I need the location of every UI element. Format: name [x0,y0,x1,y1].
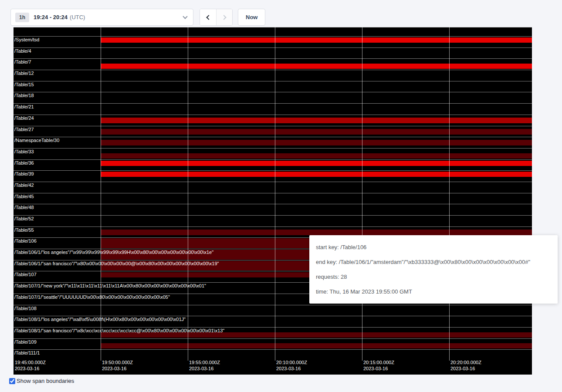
span-label: /Table/45 [14,194,34,199]
heatmap-row[interactable]: /Table/45 [14,193,532,204]
heatmap-band[interactable] [101,129,532,135]
checkbox-label: Show span boundaries [17,378,74,384]
heatmap-row[interactable]: /Table/21 [14,103,532,115]
heatmap-band[interactable] [101,343,532,348]
span-label: /Table/106/1/"los angeles"/"\x99\x99\x99… [14,250,213,255]
heatmap-row[interactable]: /Table/24 [14,115,532,126]
heatmap-band[interactable] [101,37,532,43]
span-label: /Table/108/1/"los angeles"/"\xa8\xf5\u00… [14,317,186,322]
span-label: /Table/48 [14,205,34,210]
time-range-dropdown[interactable]: 1h 19:24 - 20:24 (UTC) [10,9,193,26]
span-label: /Table/52 [14,216,34,221]
heatmap-row[interactable]: /Table/42 [14,182,532,193]
heatmap-row[interactable]: /Table/27 [14,126,532,137]
grid-line [449,27,450,361]
heatmap-band[interactable] [101,64,532,69]
heatmap-row[interactable]: /Table/39 [14,170,532,182]
span-label: /Table/27 [14,127,34,132]
span-label: /Table/18 [14,93,34,98]
heatmap-band[interactable] [101,172,532,177]
span-label: /Table/107/1/"seattle"/"UUUUUUD\x00\x80\… [14,294,170,300]
heatmap-row[interactable]: /Table/108/1/"los angeles"/"\xa8\xf5\u00… [14,316,532,327]
heatmap-row[interactable]: /Table/36 [14,159,532,171]
heatmap-band[interactable] [101,230,532,235]
grid-line [362,27,362,361]
x-axis: 19:45:00.000Z2023-03-1619:50:00.000Z2023… [14,359,532,375]
chevron-right-icon [221,15,226,20]
time-nav-group [200,9,233,26]
heatmap-row[interactable]: /Table/18 [14,92,532,103]
heatmap-row[interactable]: /Table/52 [14,215,532,226]
heatmap-top-spacer [14,27,532,36]
heatmap-row[interactable]: /Table/109 [14,338,532,350]
heatmap-band[interactable] [101,118,532,123]
span-label: /Table/7 [14,59,31,64]
x-axis-label: 19:45:00.000Z2023-03-16 [15,359,46,372]
tooltip-start-key: start key: /Table/106 [316,243,551,251]
x-axis-label: 19:50:00.000Z2023-03-16 [102,359,133,372]
heatmap-row[interactable]: /Table/33 [14,148,532,159]
heatmap-row[interactable]: /Table/15 [14,81,532,92]
span-label: /Table/36 [14,160,34,166]
span-label: /Table/107/1/"new york"/"\x11\x11\x11\x1… [14,283,206,288]
hover-tooltip: start key: /Table/106 end key: /Table/10… [309,235,558,304]
span-label: /Table/106 [14,238,37,243]
prev-time-button[interactable] [200,9,216,25]
heatmap-row[interactable]: /Table/108 [14,305,532,316]
tooltip-time: time: Thu, 16 Mar 2023 19:55:00 GMT [316,287,551,296]
grid-line [101,27,101,361]
span-label: /Table/55 [14,227,34,233]
next-time-button[interactable] [216,9,232,25]
heatmap-rows: /System/tsd/Table/4/Table/7/Table/12/Tab… [14,36,532,361]
x-axis-label: 19:55:00.000Z2023-03-16 [189,359,220,372]
span-label: /Table/111/1 [14,350,40,355]
duration-badge: 1h [15,13,29,22]
span-label: /Table/15 [14,82,34,87]
heatmap-row[interactable]: /Table/48 [14,204,532,215]
heatmap-row[interactable]: /Table/7 [14,58,532,70]
heatmap-row[interactable]: /System/tsd [14,36,532,47]
span-label: /Table/107 [14,272,37,277]
span-label: /Table/21 [14,104,34,109]
x-axis-label: 20:20:00.000Z2023-03-16 [450,359,481,372]
x-axis-label: 20:10:00.000Z2023-03-16 [276,359,307,372]
span-label: /System/tsd [14,37,39,42]
heatmap-band[interactable] [101,140,532,145]
heatmap[interactable]: /System/tsd/Table/4/Table/7/Table/12/Tab… [14,27,532,375]
span-label: /Table/24 [14,115,34,121]
grid-line [188,27,188,361]
heatmap-band[interactable] [101,153,532,159]
timezone-text: (UTC) [70,14,85,20]
heatmap-row[interactable]: /Table/4 [14,47,532,59]
span-label: /Table/12 [14,71,34,76]
span-label: /Table/4 [14,48,31,54]
span-label: /NamespaceTable/30 [14,138,59,143]
x-axis-label: 20:15:00.000Z2023-03-16 [363,359,394,372]
span-label: /Table/108 [14,306,37,311]
heatmap-row[interactable]: /Table/108/1/"san francisco"/"\x8c\xcc\x… [14,327,532,338]
span-label: /Table/109 [14,339,37,345]
heatmap-band[interactable] [101,161,532,166]
grid-line [275,27,275,361]
span-label: /Table/108/1/"san francisco"/"\x8c\xcc\x… [14,328,224,333]
tooltip-end-key: end key: /Table/106/1/"amsterdam"/"\xb33… [316,258,551,266]
footer: Show span boundaries [9,378,74,384]
heatmap-row[interactable]: /NamespaceTable/30 [14,137,532,148]
now-button[interactable]: Now [238,9,265,26]
tooltip-requests: requests: 28 [316,273,551,281]
chevron-left-icon [206,15,211,20]
heatmap-row[interactable]: /Table/12 [14,70,532,81]
span-label: /Table/39 [14,171,34,176]
toolbar: 1h 19:24 - 20:24 (UTC) Now [10,9,265,26]
show-span-boundaries-checkbox[interactable] [9,378,15,384]
span-label: /Table/33 [14,149,34,154]
span-label: /Table/106/1/"san francisco"/"\x80\x00\x… [14,261,219,266]
time-range-text: 19:24 - 20:24 [34,14,68,20]
span-label: /Table/42 [14,182,34,188]
chevron-down-icon [183,14,187,19]
